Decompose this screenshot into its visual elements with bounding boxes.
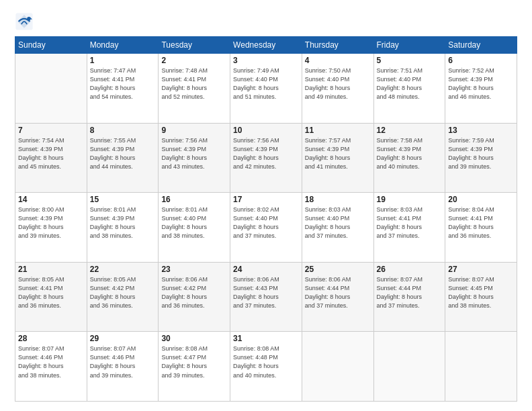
calendar-cell: 3Sunrise: 7:49 AM Sunset: 4:40 PM Daylig… [230,54,302,124]
weekday-header-sunday: Sunday [15,37,87,54]
calendar-cell: 20Sunrise: 8:04 AM Sunset: 4:41 PM Dayli… [445,193,517,263]
calendar-cell: 11Sunrise: 7:57 AM Sunset: 4:39 PM Dayli… [302,123,373,193]
weekday-row: SundayMondayTuesdayWednesdayThursdayFrid… [15,37,517,54]
day-info: Sunrise: 7:57 AM Sunset: 4:39 PM Dayligh… [305,136,371,171]
calendar-cell: 13Sunrise: 7:59 AM Sunset: 4:39 PM Dayli… [445,123,517,193]
day-info: Sunrise: 7:58 AM Sunset: 4:39 PM Dayligh… [377,136,443,171]
day-number: 7 [18,126,84,135]
day-info: Sunrise: 8:08 AM Sunset: 4:48 PM Dayligh… [233,345,299,379]
day-info: Sunrise: 7:49 AM Sunset: 4:40 PM Dayligh… [233,66,299,101]
calendar-cell: 14Sunrise: 8:00 AM Sunset: 4:39 PM Dayli… [15,193,87,263]
day-info: Sunrise: 7:48 AM Sunset: 4:41 PM Dayligh… [161,66,227,101]
calendar-cell: 5Sunrise: 7:51 AM Sunset: 4:40 PM Daylig… [373,54,445,124]
calendar-cell [15,54,87,124]
day-info: Sunrise: 8:06 AM Sunset: 4:43 PM Dayligh… [233,275,299,310]
weekday-header-friday: Friday [373,37,445,54]
day-number: 19 [377,195,443,204]
calendar-cell: 24Sunrise: 8:06 AM Sunset: 4:43 PM Dayli… [230,262,302,332]
calendar-cell: 9Sunrise: 7:56 AM Sunset: 4:39 PM Daylig… [159,123,230,193]
calendar-cell: 6Sunrise: 7:52 AM Sunset: 4:39 PM Daylig… [445,54,517,124]
calendar-cell [373,332,445,402]
calendar-cell: 2Sunrise: 7:48 AM Sunset: 4:41 PM Daylig… [159,54,230,124]
calendar-cell: 8Sunrise: 7:55 AM Sunset: 4:39 PM Daylig… [87,123,159,193]
day-info: Sunrise: 7:47 AM Sunset: 4:41 PM Dayligh… [90,66,156,101]
calendar-body: 1Sunrise: 7:47 AM Sunset: 4:41 PM Daylig… [15,54,517,402]
day-number: 21 [18,265,84,274]
calendar-table: SundayMondayTuesdayWednesdayThursdayFrid… [15,36,517,402]
day-info: Sunrise: 8:01 AM Sunset: 4:40 PM Dayligh… [161,205,227,240]
day-number: 22 [90,265,156,274]
calendar-week-row: 7Sunrise: 7:54 AM Sunset: 4:39 PM Daylig… [15,123,517,193]
calendar-cell: 10Sunrise: 7:56 AM Sunset: 4:39 PM Dayli… [230,123,302,193]
calendar-cell: 12Sunrise: 7:58 AM Sunset: 4:39 PM Dayli… [373,123,445,193]
day-info: Sunrise: 8:01 AM Sunset: 4:39 PM Dayligh… [90,205,156,240]
day-info: Sunrise: 7:51 AM Sunset: 4:40 PM Dayligh… [377,66,443,101]
day-number: 20 [448,195,514,204]
calendar-cell: 25Sunrise: 8:06 AM Sunset: 4:44 PM Dayli… [302,262,373,332]
weekday-header-monday: Monday [87,37,159,54]
calendar-week-row: 21Sunrise: 8:05 AM Sunset: 4:41 PM Dayli… [15,262,517,332]
day-info: Sunrise: 8:02 AM Sunset: 4:40 PM Dayligh… [233,205,299,240]
calendar-cell: 18Sunrise: 8:03 AM Sunset: 4:40 PM Dayli… [302,193,373,263]
day-number: 23 [161,265,227,274]
day-info: Sunrise: 7:56 AM Sunset: 4:39 PM Dayligh… [233,136,299,171]
calendar-cell: 15Sunrise: 8:01 AM Sunset: 4:39 PM Dayli… [87,193,159,263]
day-number: 11 [305,126,371,135]
calendar-cell [302,332,373,402]
day-number: 27 [448,265,514,274]
day-number: 3 [233,56,299,65]
day-info: Sunrise: 8:05 AM Sunset: 4:42 PM Dayligh… [90,275,156,310]
day-number: 30 [161,334,227,343]
day-info: Sunrise: 7:50 AM Sunset: 4:40 PM Dayligh… [305,66,371,101]
calendar-cell: 17Sunrise: 8:02 AM Sunset: 4:40 PM Dayli… [230,193,302,263]
weekday-header-thursday: Thursday [302,37,373,54]
calendar-cell: 4Sunrise: 7:50 AM Sunset: 4:40 PM Daylig… [302,54,373,124]
day-info: Sunrise: 8:04 AM Sunset: 4:41 PM Dayligh… [448,205,514,240]
day-info: Sunrise: 8:07 AM Sunset: 4:44 PM Dayligh… [377,275,443,310]
day-number: 15 [90,195,156,204]
day-info: Sunrise: 7:52 AM Sunset: 4:39 PM Dayligh… [448,66,514,101]
day-number: 16 [161,195,227,204]
calendar-week-row: 14Sunrise: 8:00 AM Sunset: 4:39 PM Dayli… [15,193,517,263]
calendar-cell: 23Sunrise: 8:06 AM Sunset: 4:42 PM Dayli… [159,262,230,332]
day-number: 10 [233,126,299,135]
day-info: Sunrise: 8:06 AM Sunset: 4:42 PM Dayligh… [161,275,227,310]
day-number: 12 [377,126,443,135]
weekday-header-wednesday: Wednesday [230,37,302,54]
svg-point-2 [27,17,31,21]
day-info: Sunrise: 7:59 AM Sunset: 4:39 PM Dayligh… [448,136,514,171]
calendar-cell: 28Sunrise: 8:07 AM Sunset: 4:46 PM Dayli… [15,332,87,402]
calendar-cell: 30Sunrise: 8:08 AM Sunset: 4:47 PM Dayli… [159,332,230,402]
day-info: Sunrise: 7:55 AM Sunset: 4:39 PM Dayligh… [90,136,156,171]
calendar-cell: 7Sunrise: 7:54 AM Sunset: 4:39 PM Daylig… [15,123,87,193]
day-number: 31 [233,334,299,343]
day-number: 28 [18,334,84,343]
day-info: Sunrise: 8:07 AM Sunset: 4:45 PM Dayligh… [448,275,514,310]
calendar-cell: 29Sunrise: 8:07 AM Sunset: 4:46 PM Dayli… [87,332,159,402]
day-number: 24 [233,265,299,274]
day-info: Sunrise: 8:00 AM Sunset: 4:39 PM Dayligh… [18,205,84,240]
day-number: 29 [90,334,156,343]
calendar-week-row: 1Sunrise: 7:47 AM Sunset: 4:41 PM Daylig… [15,54,517,124]
weekday-header-tuesday: Tuesday [159,37,230,54]
day-number: 5 [377,56,443,65]
day-info: Sunrise: 8:05 AM Sunset: 4:41 PM Dayligh… [18,275,84,310]
calendar-cell: 21Sunrise: 8:05 AM Sunset: 4:41 PM Dayli… [15,262,87,332]
day-number: 2 [161,56,227,65]
calendar-cell: 26Sunrise: 8:07 AM Sunset: 4:44 PM Dayli… [373,262,445,332]
logo [15,12,36,31]
calendar-cell: 31Sunrise: 8:08 AM Sunset: 4:48 PM Dayli… [230,332,302,402]
calendar-cell: 16Sunrise: 8:01 AM Sunset: 4:40 PM Dayli… [159,193,230,263]
day-number: 13 [448,126,514,135]
day-number: 18 [305,195,371,204]
calendar-header: SundayMondayTuesdayWednesdayThursdayFrid… [15,37,517,54]
day-number: 1 [90,56,156,65]
calendar-cell: 27Sunrise: 8:07 AM Sunset: 4:45 PM Dayli… [445,262,517,332]
day-info: Sunrise: 8:08 AM Sunset: 4:47 PM Dayligh… [161,345,227,379]
day-number: 25 [305,265,371,274]
calendar-week-row: 28Sunrise: 8:07 AM Sunset: 4:46 PM Dayli… [15,332,517,402]
day-info: Sunrise: 8:03 AM Sunset: 4:40 PM Dayligh… [305,205,371,240]
day-number: 4 [305,56,371,65]
page: SundayMondayTuesdayWednesdayThursdayFrid… [0,0,532,411]
weekday-header-saturday: Saturday [445,37,517,54]
